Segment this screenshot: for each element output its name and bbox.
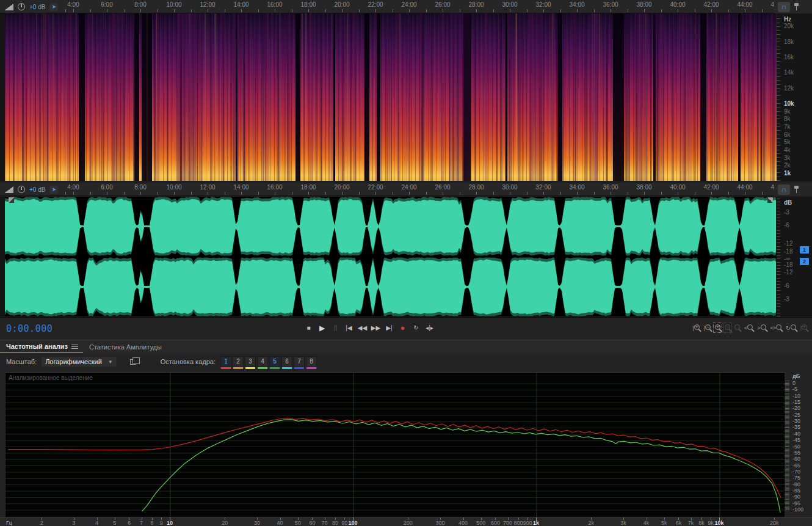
scale-select[interactable]: Логарифмический ▼ [42, 357, 117, 367]
zoom-in-selection-button[interactable]: + [715, 322, 720, 334]
hold-frame-button-5[interactable]: 5 [269, 356, 280, 367]
freq-axis-label: 6 [128, 520, 131, 526]
gain-readout[interactable]: +0 dB [29, 186, 45, 193]
magnet-snap-icon[interactable]: ∩ [778, 2, 790, 12]
transport-bar: 0:00.000 ■▶|||◀◀◀▶▶▶|●↻◂|▸ |+|−+−·<><>↻|… [0, 317, 812, 340]
channel-1-badge[interactable]: 1 [800, 246, 809, 254]
freq-axis-label: 3 [73, 520, 76, 526]
loop-playback-button[interactable]: ↻ [410, 322, 422, 334]
hold-frame-button-6[interactable]: 6 [281, 356, 292, 367]
skip-to-start-button[interactable]: |◀ [343, 322, 355, 334]
stop-button[interactable]: ■ [303, 322, 314, 334]
spectral-streak [248, 13, 250, 181]
reset-time-zoom-button[interactable]: ↻ [786, 322, 796, 334]
freq-axis-label: 70 [322, 520, 328, 526]
spectral-streak [316, 13, 317, 181]
freq-axis-label: 100 [348, 520, 357, 526]
play-button[interactable]: ▶ [316, 322, 328, 334]
spectral-streak [284, 13, 286, 181]
hold-frame-button-3[interactable]: 3 [245, 356, 256, 367]
freq-axis-label: 2k [589, 520, 595, 526]
spectrogram-display[interactable] [5, 13, 777, 181]
frequency-tick-label: 10k [784, 100, 794, 106]
spectrogram-time-ruler[interactable]: 4:006:008:0010:0012:0014:0016:0018:0020:… [0, 0, 812, 13]
time-label: 28:00 [468, 1, 484, 8]
spectral-highlight [272, 13, 272, 181]
skip-to-end-button[interactable]: ▶| [383, 322, 395, 334]
time-label: 12:00 [200, 184, 215, 191]
clock-icon[interactable] [18, 186, 25, 193]
spectral-highlight [279, 13, 280, 181]
time-label: 4:00 [67, 1, 79, 8]
zoom-out-selection-button[interactable]: − [725, 322, 730, 334]
zoom-in-button[interactable]: |+ [692, 322, 699, 334]
zoom-vertical-button[interactable]: |+ [800, 322, 807, 334]
spectral-streak [731, 13, 732, 181]
chevron-down-icon: ▼ [108, 359, 113, 365]
freq-axis-label: 60 [309, 520, 315, 526]
pause-button[interactable]: || [330, 322, 341, 334]
spectral-streak [319, 13, 321, 181]
zoom-in-right-edge-button[interactable]: > [757, 322, 766, 334]
zoom-to-selection-button[interactable]: <> [770, 322, 782, 334]
hold-frame-button-4[interactable]: 4 [257, 356, 268, 367]
magnet-snap-icon[interactable]: ∩ [778, 184, 790, 195]
gain-readout[interactable]: +0 dB [29, 4, 45, 10]
frequency-tick-label: 20k [784, 23, 794, 29]
pushpin-icon[interactable] [794, 186, 799, 194]
frequency-tick-label: 3k [784, 154, 791, 161]
db-tick-label: -3 [784, 209, 789, 216]
freq-axis-label: 10 [167, 520, 173, 526]
spectral-highlight [52, 13, 54, 181]
fade-out-handle[interactable] [767, 197, 773, 203]
waveform-display[interactable] [5, 197, 777, 316]
amplitude-scale-ticks [777, 197, 780, 316]
tab-amplitude-statistics[interactable]: Статистика Амплитуды [83, 342, 167, 353]
freq-axis-label: 30 [254, 520, 260, 526]
waveform-time-ruler[interactable]: 4:006:008:0010:0012:0014:0016:0018:0020:… [0, 183, 812, 196]
db-tick-label: -18 [784, 248, 792, 255]
hold-frame-button-7[interactable]: 7 [294, 356, 305, 367]
clock-icon[interactable] [18, 3, 25, 10]
time-display[interactable]: 0:00.000 [6, 323, 53, 334]
zoom-in-left-edge-button[interactable]: < [744, 322, 753, 334]
pin-arrow-icon[interactable]: ➤ [49, 186, 58, 194]
spectral-streak [243, 13, 244, 181]
freq-axis-label: 10k [714, 520, 723, 526]
time-label: 44:00 [737, 184, 752, 191]
zoom-reset-button[interactable]: · [734, 322, 740, 334]
spectral-highlight [552, 13, 554, 181]
frequency-graph[interactable]: Анализированное выделение [5, 372, 785, 517]
time-label: 26:00 [435, 184, 450, 191]
spectral-streak [523, 13, 524, 181]
rewind-button[interactable]: ◀◀ [357, 322, 368, 334]
level-ramp-icon[interactable] [4, 4, 13, 10]
fast-forward-button[interactable]: ▶▶ [370, 322, 382, 334]
fade-in-handle[interactable] [9, 197, 14, 203]
zoom-out-button[interactable]: |− [704, 322, 711, 334]
hold-frame-button-1[interactable]: 1 [220, 356, 231, 367]
time-label: 8:00 [134, 184, 146, 191]
record-button[interactable]: ● [397, 322, 408, 334]
spectral-highlight [516, 13, 517, 181]
tab-frequency-analysis[interactable]: Частотный анализ [0, 341, 83, 353]
channel-2-badge[interactable]: 2 [800, 258, 809, 265]
magnifier-icon: − [725, 324, 730, 330]
magnifier-icon: · [734, 324, 740, 330]
panel-menu-icon[interactable] [71, 345, 78, 349]
spectral-band [190, 13, 196, 181]
spectral-streak [81, 13, 81, 181]
spectral-streak [772, 13, 774, 181]
frequency-scale[interactable]: Hz 20k18k16k14k12k10k9k8k7k6k5k4k3k2k1k [777, 13, 812, 181]
hold-frame-button-8[interactable]: 8 [306, 356, 317, 367]
level-ramp-icon[interactable] [4, 186, 13, 193]
copy-graph-icon[interactable] [130, 359, 136, 365]
spectral-streak [733, 13, 734, 181]
amplitude-scale[interactable]: dB 1 2 -3-6-12-18-∞-18-12-6-3 [777, 197, 812, 316]
pin-arrow-icon[interactable]: ➤ [49, 3, 58, 11]
freq-axis-label: 800 [513, 520, 523, 526]
pushpin-icon[interactable] [794, 3, 799, 11]
skip-selection-button[interactable]: ◂|▸ [424, 322, 435, 334]
db-axis-label: -65 [792, 462, 800, 469]
hold-frame-button-2[interactable]: 2 [233, 356, 244, 367]
